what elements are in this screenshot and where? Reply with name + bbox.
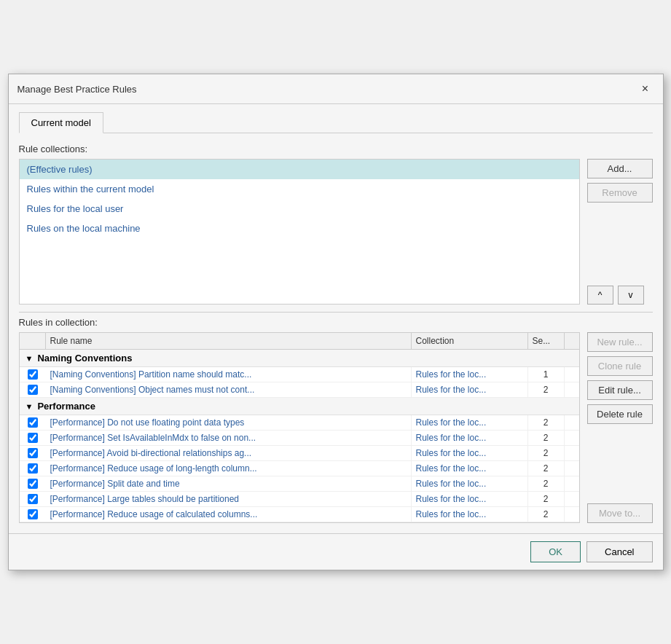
- row-severity-p4: 2: [528, 461, 565, 476]
- row-check-p7[interactable]: [20, 507, 46, 522]
- table-header: Rule name Collection Se...: [20, 333, 579, 350]
- row-scroll-p2: [565, 436, 579, 440]
- group-performance: ▼ Performance: [20, 398, 579, 415]
- clone-rule-button[interactable]: Clone rule: [587, 356, 653, 376]
- move-to-button[interactable]: Move to...: [587, 503, 653, 523]
- manage-rules-dialog: Manage Best Practice Rules × Current mod…: [8, 74, 664, 570]
- row-severity-p7: 2: [528, 507, 565, 522]
- th-check: [20, 333, 46, 349]
- row-check-p2[interactable]: [20, 431, 46, 445]
- table-row: [Performance] Split date and time Rules …: [20, 476, 579, 492]
- list-item-local-user[interactable]: Rules for the local user: [20, 199, 579, 219]
- row-rulename-p7: [Performance] Reduce usage of calculated…: [46, 507, 412, 522]
- add-button[interactable]: Add...: [587, 159, 653, 178]
- row-collection-p7: Rules for the loc...: [412, 507, 528, 522]
- row-check-p6[interactable]: [20, 492, 46, 506]
- row-rulename-p6: [Performance] Large tables should be par…: [46, 492, 412, 506]
- rules-table: Rule name Collection Se... ▼ Naming Conv…: [19, 332, 580, 523]
- row-severity-nc1: 1: [528, 367, 565, 382]
- row-scroll-p6: [565, 497, 579, 501]
- list-item-local-machine[interactable]: Rules on the local machine: [20, 219, 579, 238]
- footer: OK Cancel: [9, 533, 663, 570]
- row-rulename-nc2: [Naming Conventions] Object names must n…: [46, 382, 412, 397]
- rules-section: Rule name Collection Se... ▼ Naming Conv…: [19, 332, 653, 523]
- th-severity: Se...: [528, 333, 565, 349]
- row-scroll-p1: [565, 420, 579, 425]
- row-scroll-p4: [565, 466, 579, 471]
- collapse-icon-naming[interactable]: ▼: [25, 354, 34, 363]
- list-item-model[interactable]: Rules within the current model: [20, 179, 579, 199]
- row-scroll-p3: [565, 451, 579, 455]
- row-severity-p3: 2: [528, 446, 565, 460]
- dialog-title: Manage Best Practice Rules: [17, 84, 137, 95]
- title-bar: Manage Best Practice Rules ×: [9, 74, 663, 104]
- row-severity-p5: 2: [528, 476, 565, 491]
- row-check-nc2[interactable]: [20, 382, 46, 397]
- row-severity-nc2: 2: [528, 382, 565, 397]
- table-row: [Performance] Reduce usage of calculated…: [20, 507, 579, 522]
- table-row: [Performance] Avoid bi-directional relat…: [20, 446, 579, 461]
- row-scroll-nc2: [565, 388, 579, 392]
- table-row: [Performance] Large tables should be par…: [20, 492, 579, 507]
- up-button[interactable]: ^: [587, 286, 613, 305]
- row-rulename-nc1: [Naming Conventions] Partition name shou…: [46, 367, 412, 382]
- row-rulename-p2: [Performance] Set IsAvailableInMdx to fa…: [46, 431, 412, 445]
- tab-bar: Current model: [19, 111, 653, 133]
- edit-rule-button[interactable]: Edit rule...: [587, 380, 653, 400]
- th-scroll: [565, 333, 579, 349]
- row-collection-nc1: Rules for the loc...: [412, 367, 528, 382]
- close-button[interactable]: ×: [637, 80, 654, 98]
- delete-rule-button[interactable]: Delete rule: [587, 404, 653, 424]
- rule-collections-list: (Effective rules) Rules within the curre…: [19, 159, 580, 305]
- section-divider: [19, 312, 653, 313]
- tab-current-model[interactable]: Current model: [19, 112, 103, 133]
- row-rulename-p1: [Performance] Do not use floating point …: [46, 415, 412, 430]
- collapse-icon-perf[interactable]: ▼: [25, 402, 34, 411]
- row-severity-p2: 2: [528, 431, 565, 445]
- row-collection-p4: Rules for the loc...: [412, 461, 528, 476]
- row-rulename-p5: [Performance] Split date and time: [46, 476, 412, 491]
- row-check-p3[interactable]: [20, 446, 46, 460]
- rule-collections-section: (Effective rules) Rules within the curre…: [19, 159, 653, 305]
- row-collection-p1: Rules for the loc...: [412, 415, 528, 430]
- down-button[interactable]: v: [618, 286, 644, 305]
- arrow-buttons: ^ v: [587, 286, 653, 305]
- new-rule-button[interactable]: New rule...: [587, 332, 653, 352]
- row-scroll-p7: [565, 512, 579, 517]
- row-collection-p5: Rules for the loc...: [412, 476, 528, 491]
- th-rule-name: Rule name: [46, 333, 412, 349]
- ok-button[interactable]: OK: [530, 541, 581, 562]
- rule-collections-label: Rule collections:: [19, 144, 653, 154]
- group-naming-conventions: ▼ Naming Conventions: [20, 350, 579, 367]
- table-row: [Naming Conventions] Object names must n…: [20, 382, 579, 398]
- row-check-p5[interactable]: [20, 476, 46, 491]
- row-check-nc1[interactable]: [20, 367, 46, 382]
- table-row: [Performance] Do not use floating point …: [20, 415, 579, 431]
- remove-button[interactable]: Remove: [587, 183, 653, 203]
- row-rulename-p3: [Performance] Avoid bi-directional relat…: [46, 446, 412, 460]
- row-check-p1[interactable]: [20, 415, 46, 430]
- dialog-content: Current model Rule collections: (Effecti…: [9, 104, 663, 533]
- rules-in-collection-label: Rules in collection:: [19, 317, 653, 328]
- row-check-p4[interactable]: [20, 461, 46, 476]
- list-item-effective[interactable]: (Effective rules): [20, 160, 579, 179]
- row-collection-p3: Rules for the loc...: [412, 446, 528, 460]
- table-row: [Naming Conventions] Partition name shou…: [20, 367, 579, 382]
- table-body: ▼ Naming Conventions [Naming Conventions…: [20, 350, 579, 522]
- th-collection: Collection: [412, 333, 528, 349]
- group-name-naming: Naming Conventions: [37, 353, 132, 364]
- row-severity-p6: 2: [528, 492, 565, 506]
- row-rulename-p4: [Performance] Reduce usage of long-lengt…: [46, 461, 412, 476]
- collections-side-buttons: Add... Remove ^ v: [587, 159, 653, 305]
- row-severity-p1: 2: [528, 415, 565, 430]
- row-collection-p2: Rules for the loc...: [412, 431, 528, 445]
- row-scroll-nc1: [565, 372, 579, 377]
- cancel-button[interactable]: Cancel: [586, 541, 652, 562]
- table-row: [Performance] Reduce usage of long-lengt…: [20, 461, 579, 476]
- rules-side-buttons: New rule... Clone rule Edit rule... Dele…: [587, 332, 653, 523]
- row-collection-p6: Rules for the loc...: [412, 492, 528, 506]
- group-name-perf: Performance: [37, 401, 95, 412]
- row-scroll-p5: [565, 482, 579, 486]
- table-row: [Performance] Set IsAvailableInMdx to fa…: [20, 431, 579, 446]
- row-collection-nc2: Rules for the loc...: [412, 382, 528, 397]
